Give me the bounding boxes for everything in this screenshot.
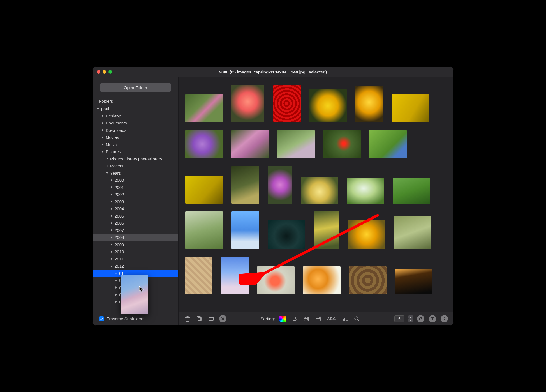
chevron-right-icon[interactable] (114, 286, 118, 289)
chevron-right-icon[interactable] (110, 193, 114, 196)
filter-button[interactable] (429, 315, 436, 323)
thumbnail[interactable] (231, 85, 264, 122)
folder-row-2000[interactable]: 2000 (93, 177, 178, 184)
chevron-right-icon[interactable] (101, 114, 105, 117)
close-window-button[interactable] (97, 70, 100, 74)
thumbnail[interactable] (349, 266, 387, 294)
folder-tree[interactable]: paulDesktopDocumentsDownloadsMoviesMusic… (93, 105, 178, 312)
thumbnail[interactable] (355, 86, 383, 122)
thumbnail[interactable] (231, 130, 269, 158)
folder-row-paul[interactable]: paul (93, 105, 178, 112)
folder-row-2004[interactable]: 2004 (93, 205, 178, 213)
folder-row-2002[interactable]: 2002 (93, 191, 178, 198)
chevron-down-icon[interactable] (101, 150, 105, 153)
folder-row-2007[interactable]: 2007 (93, 227, 178, 234)
thumbnail[interactable] (394, 216, 431, 249)
chevron-right-icon[interactable] (110, 243, 114, 246)
thumbnail[interactable] (221, 257, 249, 294)
folder-row-2008[interactable]: 2008 (93, 234, 178, 241)
chevron-right-icon[interactable] (110, 215, 114, 217)
thumbnail[interactable] (273, 85, 301, 122)
thumbnail[interactable] (369, 130, 407, 158)
thumbnail[interactable] (323, 130, 361, 158)
folder-row-2009[interactable]: 2009 (93, 241, 178, 248)
info-button[interactable] (440, 315, 448, 323)
chevron-right-icon[interactable] (110, 250, 114, 253)
folder-row-2006[interactable]: 2006 (93, 220, 178, 227)
thumbnail-scroll-area[interactable] (179, 77, 453, 312)
sort-by-name-button[interactable]: ABC (326, 315, 337, 323)
sort-by-rating-button[interactable] (341, 315, 349, 323)
chevron-right-icon[interactable] (110, 200, 114, 203)
folder-row-02[interactable]: 02 (93, 277, 178, 284)
chevron-right-icon[interactable] (101, 122, 105, 124)
sort-by-manual-button[interactable] (291, 315, 299, 323)
folder-row-music[interactable]: Music (93, 141, 178, 148)
thumbnail[interactable] (309, 89, 347, 122)
chevron-down-icon[interactable] (110, 265, 114, 268)
thumbnail-size-stepper[interactable] (408, 315, 413, 322)
thumbnail[interactable] (257, 266, 295, 294)
chevron-right-icon[interactable] (110, 179, 114, 182)
sort-by-color-button[interactable] (279, 315, 287, 323)
thumbnail[interactable] (185, 130, 223, 158)
chevron-right-icon[interactable] (110, 186, 114, 189)
folder-row-pictures[interactable]: Pictures (93, 148, 178, 155)
folder-row-2003[interactable]: 2003 (93, 198, 178, 206)
chevron-right-icon[interactable] (105, 157, 109, 160)
chevron-down-icon[interactable] (114, 279, 118, 282)
chevron-right-icon[interactable] (114, 300, 118, 303)
folder-row-movies[interactable]: Movies (93, 134, 178, 141)
folder-row-recent[interactable]: Recent (93, 162, 178, 170)
chevron-right-icon[interactable] (101, 136, 105, 139)
thumbnail[interactable] (185, 176, 223, 204)
folder-row-years[interactable]: Years (93, 170, 178, 177)
folder-row-photos-library-photoslibrary[interactable]: Photos Library.photoslibrary (93, 155, 178, 163)
zoom-window-button[interactable] (108, 70, 112, 74)
chevron-down-icon[interactable] (105, 172, 109, 174)
sort-by-capture-date-button[interactable] (302, 315, 310, 323)
thumbnail[interactable] (185, 257, 212, 294)
thumbnail[interactable] (392, 94, 429, 122)
thumbnail[interactable] (395, 269, 432, 294)
stack-button[interactable] (195, 315, 203, 323)
trash-button[interactable] (184, 315, 191, 323)
thumbnail[interactable] (185, 211, 223, 249)
thumbnail[interactable] (268, 166, 292, 204)
minimize-window-button[interactable] (103, 70, 106, 74)
folder-row-desktop[interactable]: Desktop (93, 112, 178, 120)
folder-row-downloads[interactable]: Downloads (93, 127, 178, 134)
thumbnail[interactable] (231, 211, 259, 249)
folder-row-05[interactable]: 05 (93, 298, 178, 306)
thumbnail[interactable] (393, 178, 430, 204)
folder-row-documents[interactable]: Documents (93, 119, 178, 127)
clear-button[interactable] (219, 315, 227, 323)
thumbnail[interactable] (301, 177, 338, 204)
sort-by-modified-date-button[interactable] (314, 315, 322, 323)
thumbnail[interactable] (348, 220, 385, 249)
chevron-right-icon[interactable] (110, 222, 114, 225)
chevron-right-icon[interactable] (101, 129, 105, 132)
chevron-down-icon[interactable] (96, 107, 100, 110)
thumbnail[interactable] (185, 94, 223, 122)
search-button[interactable] (353, 315, 361, 323)
thumbnail[interactable] (347, 178, 384, 204)
fullscreen-button[interactable] (207, 315, 215, 323)
chevron-right-icon[interactable] (101, 143, 105, 146)
folder-row-04[interactable]: 04 (93, 291, 178, 298)
traverse-subfolders-checkbox[interactable] (99, 316, 104, 321)
thumbnail[interactable] (231, 166, 259, 204)
folder-row-2012[interactable]: 2012 (93, 262, 178, 270)
chevron-right-icon[interactable] (110, 257, 114, 260)
chevron-down-icon[interactable] (114, 272, 118, 275)
refresh-button[interactable] (417, 315, 425, 323)
thumbnail[interactable] (268, 220, 305, 249)
folder-row-2011[interactable]: 2011 (93, 255, 178, 263)
thumbnail[interactable] (314, 211, 339, 249)
folder-row-2001[interactable]: 2001 (93, 184, 178, 191)
thumbnail[interactable] (277, 130, 315, 158)
thumbnail[interactable] (303, 266, 341, 294)
folder-row-01[interactable]: 01 (93, 270, 178, 277)
folder-row-2005[interactable]: 2005 (93, 213, 178, 220)
folder-row-03[interactable]: 03 (93, 284, 178, 291)
